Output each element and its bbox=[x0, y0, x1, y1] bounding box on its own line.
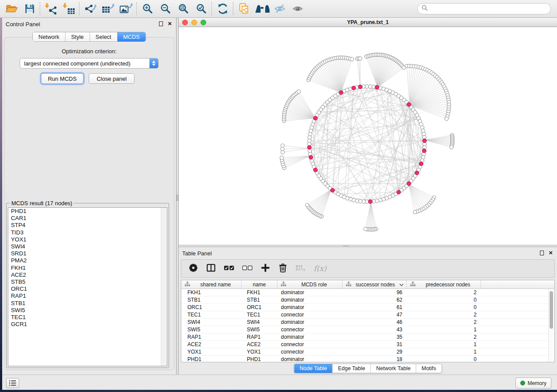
table-scrollbar-thumb[interactable] bbox=[550, 291, 553, 329]
mcds-list-item[interactable]: PHD1 bbox=[8, 208, 167, 215]
tab-select[interactable]: Select bbox=[90, 32, 117, 41]
mcds-list-item[interactable]: CAR1 bbox=[8, 215, 167, 222]
column-header-shared-name[interactable]: shared name bbox=[181, 280, 242, 289]
zoom-in-icon[interactable] bbox=[138, 1, 156, 16]
export-table-icon[interactable] bbox=[99, 1, 117, 16]
cell-predecessor-nodes[interactable]: 0 bbox=[407, 297, 481, 303]
tab-edge-table[interactable]: Edge Table bbox=[332, 364, 370, 373]
float-panel-icon[interactable] bbox=[540, 251, 544, 255]
cell-predecessor-nodes[interactable]: 0 bbox=[407, 356, 481, 362]
hide-selected-icon[interactable] bbox=[271, 1, 289, 16]
tab-network-table[interactable]: Network Table bbox=[370, 364, 416, 373]
cell-predecessor-nodes[interactable]: 2 bbox=[407, 289, 481, 296]
find-neighbors-icon[interactable] bbox=[253, 1, 271, 16]
cell-shared-name[interactable]: STB1 bbox=[181, 297, 242, 303]
tab-node-table[interactable]: Node Table bbox=[294, 364, 332, 373]
cell-shared-name[interactable]: TEC1 bbox=[181, 312, 242, 318]
mcds-list-item[interactable]: ACE2 bbox=[8, 272, 167, 279]
show-columns-icon[interactable] bbox=[206, 263, 216, 275]
refresh-icon[interactable] bbox=[214, 1, 232, 16]
cell-name[interactable]: ORC1 bbox=[242, 304, 277, 310]
cell-mcds-role[interactable]: dominator bbox=[277, 304, 343, 310]
cell-successor-nodes[interactable]: 96 bbox=[343, 289, 407, 296]
import-table-icon[interactable] bbox=[60, 1, 78, 16]
tab-mcds[interactable]: MCDS bbox=[117, 32, 145, 41]
cell-name[interactable]: SWI5 bbox=[242, 327, 277, 333]
cell-successor-nodes[interactable]: 62 bbox=[343, 297, 407, 303]
float-panel-icon[interactable] bbox=[159, 21, 163, 26]
cell-name[interactable]: FKH1 bbox=[242, 289, 277, 296]
cell-successor-nodes[interactable]: 31 bbox=[343, 341, 407, 347]
zoom-selected-icon[interactable] bbox=[192, 1, 210, 16]
column-header-name[interactable]: name bbox=[242, 280, 277, 289]
cell-successor-nodes[interactable]: 46 bbox=[343, 319, 407, 325]
tab-network[interactable]: Network bbox=[33, 32, 65, 41]
run-mcds-button[interactable]: Run MCDS bbox=[41, 73, 83, 84]
cell-mcds-role[interactable]: connector bbox=[277, 312, 343, 318]
cell-name[interactable]: RAP1 bbox=[242, 334, 277, 340]
table-row[interactable]: ACE2ACE2connector311 bbox=[181, 341, 554, 348]
mcds-list-item[interactable]: GCR1 bbox=[8, 321, 167, 328]
cell-mcds-role[interactable]: connector bbox=[277, 349, 343, 355]
table-row[interactable]: STB1STB1dominator620 bbox=[181, 296, 554, 304]
select-all-icon[interactable] bbox=[224, 263, 235, 275]
cell-name[interactable]: ACE2 bbox=[242, 341, 277, 347]
mcds-list-item[interactable]: ORC1 bbox=[8, 285, 167, 292]
cell-shared-name[interactable]: PHD1 bbox=[181, 356, 242, 362]
import-network-icon[interactable] bbox=[42, 1, 60, 16]
save-session-icon[interactable] bbox=[21, 1, 38, 16]
column-header-successor-nodes[interactable]: successor nodes bbox=[343, 280, 407, 289]
cell-mcds-role[interactable]: dominator bbox=[277, 289, 343, 296]
export-image-icon[interactable] bbox=[117, 1, 135, 16]
tab-motifs[interactable]: Motifs bbox=[416, 364, 441, 373]
mcds-result-list[interactable]: PHD1CAR1STP4TID3YOX1SWI4SRD1PMA2FKH1ACE2… bbox=[8, 207, 167, 366]
cell-predecessor-nodes[interactable]: 0 bbox=[407, 304, 481, 310]
cell-predecessor-nodes[interactable]: 1 bbox=[407, 349, 481, 355]
splitter-grip[interactable] bbox=[343, 245, 349, 247]
search-input[interactable] bbox=[430, 5, 547, 13]
mcds-list-item[interactable]: SRD1 bbox=[8, 250, 167, 257]
mcds-list-item[interactable]: TEC1 bbox=[8, 314, 167, 321]
cell-shared-name[interactable]: SWI4 bbox=[181, 319, 242, 325]
table-row[interactable]: FKH1FKH1dominator962 bbox=[181, 289, 554, 296]
cell-shared-name[interactable]: ACE2 bbox=[181, 341, 242, 347]
cell-successor-nodes[interactable]: 61 bbox=[343, 304, 407, 310]
copy-network-icon[interactable] bbox=[235, 1, 253, 16]
column-header-predecessor-nodes[interactable]: predecessor nodes bbox=[407, 280, 481, 289]
column-header-mcds-role[interactable]: MCDS role bbox=[277, 280, 343, 289]
table-row[interactable]: RAP1RAP1dominator352 bbox=[181, 334, 554, 341]
sort-chevron-icon[interactable] bbox=[399, 282, 404, 288]
close-panel-button[interactable]: Close panel bbox=[89, 73, 135, 84]
cell-mcds-role[interactable]: dominator bbox=[277, 334, 343, 340]
mcds-list-item[interactable]: STB1 bbox=[8, 300, 167, 307]
criterion-dropdown[interactable]: largest connected component (undirected) bbox=[20, 58, 159, 69]
mcds-list-item[interactable]: TID3 bbox=[8, 229, 167, 236]
cell-mcds-role[interactable]: dominator bbox=[277, 356, 343, 362]
table-settings-gear-icon[interactable] bbox=[188, 263, 198, 275]
mcds-list-item[interactable]: RAP1 bbox=[8, 292, 167, 299]
deselect-all-icon[interactable] bbox=[242, 263, 253, 275]
zoom-fit-icon[interactable] bbox=[174, 1, 192, 16]
cell-shared-name[interactable]: YOX1 bbox=[181, 349, 242, 355]
cell-name[interactable]: STB1 bbox=[242, 297, 277, 303]
network-window-titlebar[interactable]: YPA_prune.txt_1 bbox=[179, 18, 557, 27]
open-file-icon[interactable] bbox=[3, 1, 21, 16]
table-row[interactable]: ORC1ORC1dominator610 bbox=[181, 304, 554, 311]
cell-name[interactable]: YOX1 bbox=[242, 349, 277, 355]
delete-row-trash-icon[interactable] bbox=[278, 263, 288, 275]
mcds-list-item[interactable]: STB5 bbox=[8, 279, 167, 285]
cell-mcds-role[interactable]: connector bbox=[277, 341, 343, 347]
mcds-list-item[interactable]: STP4 bbox=[8, 222, 167, 229]
cell-predecessor-nodes[interactable]: 2 bbox=[407, 334, 481, 340]
cell-shared-name[interactable]: FKH1 bbox=[181, 289, 242, 296]
cell-mcds-role[interactable]: dominator bbox=[277, 319, 343, 325]
network-canvas[interactable] bbox=[179, 27, 557, 245]
cell-successor-nodes[interactable]: 29 bbox=[343, 349, 407, 355]
memory-button[interactable]: Memory bbox=[515, 378, 551, 389]
mcds-list-item[interactable]: SWI5 bbox=[8, 307, 167, 314]
cell-shared-name[interactable]: RAP1 bbox=[181, 334, 242, 340]
close-panel-icon[interactable]: × bbox=[549, 250, 553, 255]
search-field[interactable] bbox=[417, 3, 551, 14]
export-network-icon[interactable] bbox=[81, 1, 99, 16]
table-scrollbar[interactable] bbox=[548, 289, 554, 362]
